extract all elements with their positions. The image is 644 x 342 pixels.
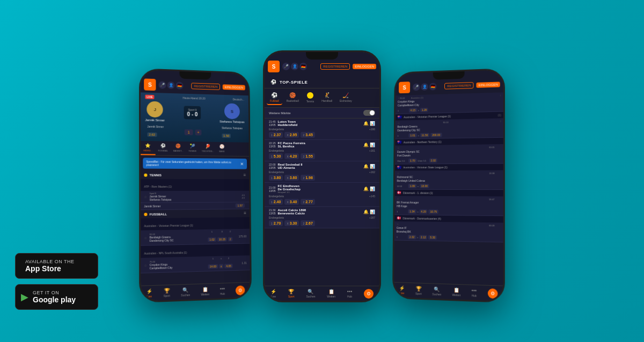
rm6-odd2[interactable]: 5.30 [428,235,437,240]
speedbet-close[interactable]: ✕ [240,161,244,166]
cat-highlight[interactable]: ⭐ HIGHLI... [141,141,155,155]
nav-hub-center[interactable]: ••• Hub [347,289,352,298]
rm1-oddX[interactable]: 1.29 [420,108,428,112]
cm3-oddX[interactable]: X 3.60 [284,175,299,181]
cm5-odd2[interactable]: 2 2.67 [301,220,314,226]
tennis-odd[interactable]: 1.57 [236,203,245,207]
tab-handball[interactable]: 🤾 Handball [318,91,335,105]
nav-live-right[interactable]: ⚡ Live [399,285,405,294]
weitere-toggle[interactable] [363,110,375,116]
cm3-odd2[interactable]: 2 1.98 [301,175,314,181]
match2-oddX[interactable]: x [219,264,223,269]
login-button-left[interactable]: EINLOGGEN [223,84,245,90]
live-icon-right: ⚡ [399,285,405,291]
nav-wetten-center[interactable]: 📋 Wetten [327,289,335,298]
rm3-odd-over[interactable]: 1.70 [408,159,416,163]
cm3-odd1[interactable]: 1 3.80 [269,175,283,181]
rm4-odd1[interactable]: 1.09 [408,184,416,188]
tab-tennis[interactable]: Tennis [303,91,317,105]
suchen-icon-left: 🔍 [182,287,188,293]
nav-wetten-right[interactable]: 📋 Wetten [452,287,460,297]
nav-live-left[interactable]: ⚡ Live [147,288,152,298]
rm3-odd-under[interactable]: 2.02 [429,158,437,162]
cm4-oddX[interactable]: X 3.40 [284,199,299,205]
hero-odd2-val[interactable]: 1.50 [222,133,231,138]
nav-sport-right[interactable]: 🏆 Sport [415,286,422,295]
tab-basketball[interactable]: 🏀 Basketball [283,91,302,105]
rm1-odd1[interactable]: 4.15 [409,108,417,112]
cat-baseball[interactable]: ⚾ BASE [216,142,227,156]
nav-suchen-left[interactable]: 🔍 Suchen [181,287,190,297]
login-button-right[interactable]: EINLOGGEN [477,81,500,87]
nav-sport-left[interactable]: 🏆 Sport [164,288,170,298]
hero-odd1: Jannik Sinner 2.62 [147,125,164,138]
nav-hub-left[interactable]: ••• Hub [220,286,225,295]
nav-suchen-center[interactable]: 🔍 Suchen [306,289,315,298]
rm6-odd1[interactable]: 2.32 [408,235,416,239]
register-button-left[interactable]: REGISTRIEREN [192,83,221,90]
match2-odd1[interactable]: 14.00 [208,264,218,269]
star-r6[interactable]: ☆ [397,222,399,226]
cm1-odd2[interactable]: 2 3.45 [301,132,314,138]
nav-wetten-label-center: Wetten [327,295,335,298]
star-match2[interactable]: ☆ [144,263,147,267]
star-match1[interactable]: ☆ [144,236,147,240]
cm4-odd1[interactable]: 1 2.40 [269,199,283,205]
center-phone: S 🎤 👤 🇩🇪 REGISTRIEREN EINLOGGEN ⚽ TOP-SP… [263,50,381,302]
appstore-badge[interactable]: Available on the App Store [15,253,98,279]
login-button-center[interactable]: EINLOGGEN [353,64,376,69]
rm5-odd1[interactable]: 1.34 [408,209,416,213]
star-r2[interactable]: ☆ [398,122,400,125]
cat-tennis[interactable]: 🎾 TENNIS [186,142,199,155]
match1-oddX[interactable]: 10.25 [217,237,227,241]
rm4-odd2[interactable]: 13.00 [420,184,429,188]
nav-wetten-left[interactable]: 📋 Wetten [201,287,209,296]
cm2-odd1[interactable]: 1 5.30 [269,153,283,159]
tab-fussball[interactable]: ⚽ Fußball [267,91,282,105]
cm2-oddX[interactable]: X 4.20 [284,153,299,159]
register-button-center[interactable]: REGISTRIEREN [320,63,350,70]
cm5-oddX[interactable]: X 3.30 [284,220,299,226]
star-r5[interactable]: ☆ [397,197,399,200]
match2-odd2[interactable]: 4.05 [224,264,232,268]
cm4-icons: 🔔 📊 [363,187,375,191]
rm5-oddX[interactable]: 4.20 [419,210,427,214]
star-r4[interactable]: ☆ [397,172,399,175]
tab-eishockey[interactable]: 🏒 Eishockey [336,91,355,105]
nav-live-center[interactable]: ⚡ Live [270,289,276,298]
cm2-odd2[interactable]: 2 1.55 [301,153,314,159]
fussball-expand[interactable]: ≡ [244,211,246,215]
star-icon-tennis[interactable]: ☆ [144,195,147,198]
match1-odd1[interactable]: 1.02 [208,237,216,242]
hero-bet-input[interactable]: 1 [185,129,193,135]
cm5-odd1[interactable]: 1 2.70 [269,220,283,226]
match2-total: 1.31 [234,261,247,265]
settings-gear-left[interactable]: ⚙ [236,285,245,295]
cm1-odd1[interactable]: 1 2.37 [269,132,283,138]
rm2-odd2[interactable]: 200.00 [430,133,442,137]
register-button-right[interactable]: REGISTRIEREN [444,82,473,90]
rm5-odd2[interactable]: 10.75 [429,210,438,214]
star-r3[interactable]: ☆ [397,146,399,150]
settings-gear-center[interactable]: ⚙ [364,289,374,299]
settings-gear-right[interactable]: ⚙ [488,288,498,298]
match1-odd2[interactable]: 2 [228,237,233,241]
rm2-oddX[interactable]: 11.50 [420,133,429,137]
match1-odd2-wrap: 2 2 [228,230,233,242]
hero-bet-confirm[interactable]: + [195,129,201,135]
nav-suchen-right[interactable]: 🔍 Suchen [432,286,441,296]
tennis-expand[interactable]: ≡ [244,173,246,177]
nav-hub-right[interactable]: ••• Hub [472,288,477,298]
odds-row-hero: Jannik Sinner 2.62 1 + Stefanos Tsitsipa… [144,124,246,140]
hero-odd1-val[interactable]: 2.62 [147,132,157,137]
cm4-odd2[interactable]: 2 2.77 [301,199,314,205]
cat-tischtennis[interactable]: 🏓 TISCHTEN... [199,142,217,155]
cm1-oddX[interactable]: X 2.95 [284,132,299,138]
rm6-oddX[interactable]: 2.12 [419,235,427,239]
league1-title: Australien - Victorian Premier League (1… [144,224,193,227]
nav-sport-center[interactable]: 🏆 Sport [288,289,295,298]
cat-fussball[interactable]: ⚽ FUSSBAL [155,141,171,155]
rm2-odd1[interactable]: 1.01 [408,133,416,137]
cat-basketball[interactable]: 🏀 BASKET... [171,142,186,155]
googleplay-badge[interactable]: ▶ Get it on Google play [15,284,98,310]
